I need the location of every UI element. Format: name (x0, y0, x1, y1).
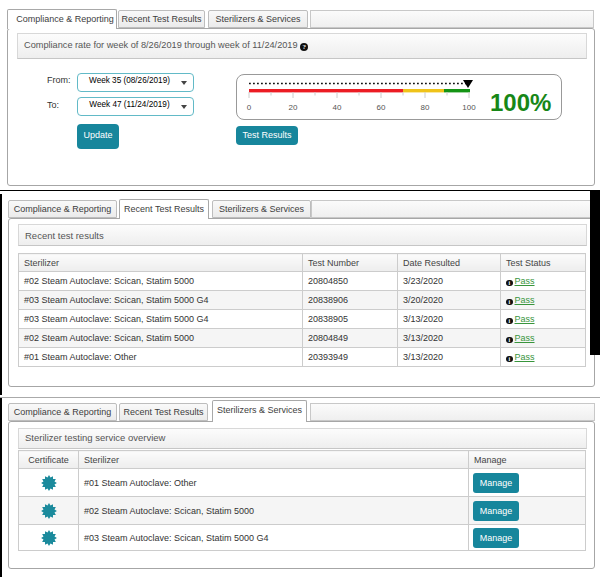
svg-text:100: 100 (462, 103, 476, 112)
svg-text:40: 40 (333, 103, 342, 112)
svg-text:80: 80 (421, 103, 430, 112)
svg-text:60: 60 (377, 103, 386, 112)
svg-text:20: 20 (289, 103, 298, 112)
svg-text:0: 0 (247, 103, 252, 112)
